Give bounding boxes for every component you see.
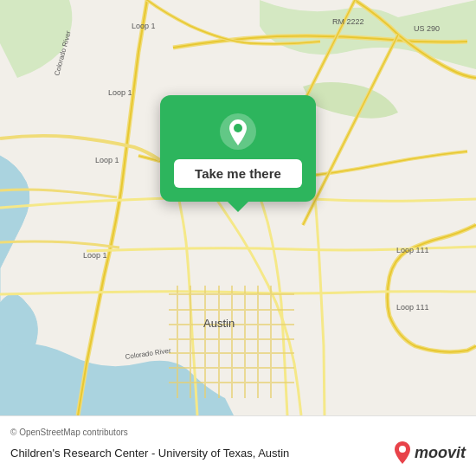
moovit-wordmark: moovit [415,444,466,462]
moovit-pin-icon [393,441,412,465]
svg-text:Loop 1: Loop 1 [83,251,107,260]
map-view: Colorado River Colorado River Austin Loo… [0,0,476,415]
take-me-there-button[interactable]: Take me there [174,159,302,188]
svg-text:Austin: Austin [203,317,235,330]
bottom-info-bar: © OpenStreetMap contributors Children's … [0,415,476,476]
copyright-text: © OpenStreetMap contributors [10,428,466,437]
svg-text:Loop 1: Loop 1 [108,88,132,97]
svg-point-28 [234,124,242,132]
svg-text:Loop 111: Loop 111 [396,303,429,312]
svg-text:Loop 1: Loop 1 [95,156,119,164]
location-pin-icon [219,113,257,151]
svg-point-29 [399,446,406,453]
svg-text:Loop 111: Loop 111 [396,246,429,254]
location-popup: Take me there [160,95,316,202]
moovit-logo: moovit [393,441,466,465]
location-name: Children's Research Center - University … [10,447,289,460]
svg-text:Loop 1: Loop 1 [132,22,156,30]
location-row: Children's Research Center - University … [10,441,466,465]
svg-text:US 290: US 290 [414,24,440,33]
svg-text:RM 2222: RM 2222 [332,17,364,26]
